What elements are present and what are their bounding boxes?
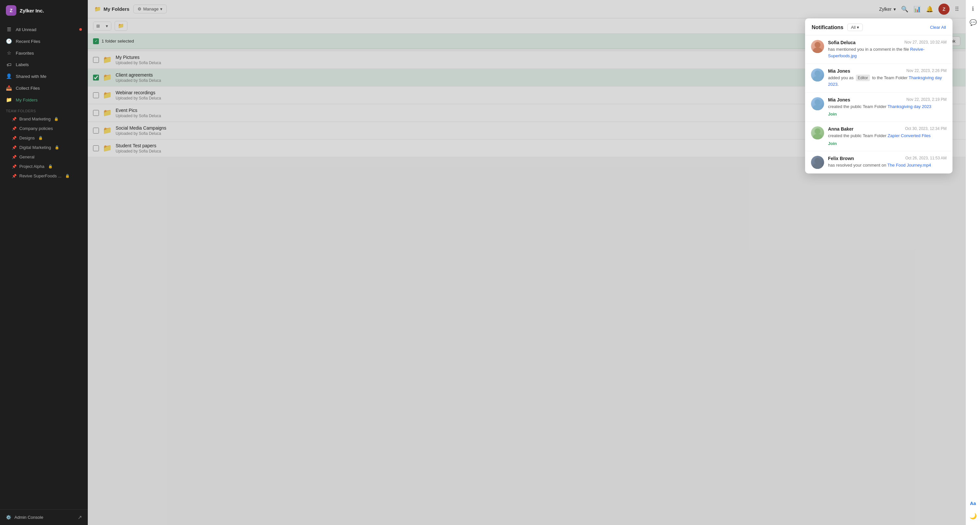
pin-icon: 📌 (12, 126, 17, 131)
lock-icon: 🔒 (65, 174, 70, 178)
notification-sender: Mia Jones (828, 97, 850, 102)
notification-sender: Sofia Deluca (828, 40, 856, 45)
pin-icon: 📌 (12, 164, 17, 169)
sidebar-item-favorites[interactable]: ☆ Favorites (0, 47, 88, 59)
sidebar-item-label: Recent Files (16, 39, 40, 44)
notification-item: Mia Jones Nov 22, 2023, 2:26 PM added yo… (805, 64, 953, 93)
notification-text: created the public Team Folder Zapier Co… (828, 133, 947, 139)
sidebar-item-recent-files[interactable]: 🕐 Recent Files (0, 35, 88, 47)
notifications-panel: Notifications All ▾ Clear All Sofia Delu… (805, 18, 953, 173)
team-folder-general[interactable]: 📌 General (0, 152, 88, 162)
svg-point-0 (815, 42, 821, 48)
team-folder-revive-superfoods[interactable]: 📌 Revive SuperFoods ... 🔒 (0, 171, 88, 181)
svg-point-3 (813, 76, 822, 81)
pin-icon: 📌 (12, 136, 17, 140)
sidebar-item-label: Favorites (16, 51, 34, 56)
team-folder-project-alpha[interactable]: 📌 Project Alpha 🔒 (0, 162, 88, 171)
font-size-icon[interactable]: Aа (970, 501, 976, 506)
sidebar-item-my-folders[interactable]: 📁 My Folders (0, 94, 88, 106)
sidebar-item-labels[interactable]: 🏷 Labels (0, 59, 88, 70)
avatar (811, 156, 824, 169)
notifications-list: Sofia Deluca Nov 27, 2023, 10:32 AM has … (805, 35, 953, 173)
company-name: Zylker Inc. (20, 8, 44, 13)
editor-badge: Editor (856, 75, 870, 81)
notifications-header: Notifications All ▾ Clear All (805, 18, 953, 35)
notification-link[interactable]: The Food Journey.mp4 (887, 163, 931, 168)
notification-text: has mentioned you in a comment in the fi… (828, 46, 947, 59)
pin-icon: 📌 (12, 145, 17, 150)
sidebar-item-label: Labels (16, 62, 29, 67)
notification-top: Sofia Deluca Nov 27, 2023, 10:32 AM (828, 40, 947, 45)
lock-icon: 🔒 (38, 136, 43, 140)
sidebar-item-label: Shared with Me (16, 74, 46, 79)
pin-icon: 📌 (12, 117, 17, 121)
pin-icon: 📌 (12, 174, 17, 178)
right-sidebar: ℹ 💬 Aа 🌙 (966, 0, 980, 525)
notification-content: Mia Jones Nov 22, 2023, 2:19 PM created … (828, 97, 947, 117)
sidebar-navigation: ☰ All Unread 🕐 Recent Files ☆ Favorites … (0, 21, 88, 509)
notification-top: Mia Jones Nov 22, 2023, 2:26 PM (828, 68, 947, 74)
notification-content: Mia Jones Nov 22, 2023, 2:26 PM added yo… (828, 68, 947, 88)
team-folder-designs[interactable]: 📌 Designs 🔒 (0, 133, 88, 143)
notification-item: Anna Baker Oct 30, 2023, 12:34 PM create… (805, 122, 953, 151)
svg-point-4 (815, 99, 821, 105)
clear-all-button[interactable]: Clear All (930, 25, 946, 30)
notification-item: Sofia Deluca Nov 27, 2023, 10:32 AM has … (805, 35, 953, 64)
sidebar-item-shared-with-me[interactable]: 👤 Shared with Me (0, 70, 88, 82)
sidebar-header: Z Zylker Inc. (0, 0, 88, 21)
notification-sender: Mia Jones (828, 68, 850, 74)
notification-link[interactable]: Thanksgiving day 2023 (888, 104, 932, 109)
notifications-filter[interactable]: All ▾ (847, 24, 863, 31)
sidebar-item-label: All Unread (16, 27, 37, 32)
avatar (811, 97, 824, 110)
unread-dot (79, 28, 82, 31)
night-mode-icon[interactable]: 🌙 (969, 512, 977, 520)
notification-content: Anna Baker Oct 30, 2023, 12:34 PM create… (828, 126, 947, 146)
notification-sender: Anna Baker (828, 126, 854, 132)
team-folder-label: General (19, 154, 34, 159)
lock-icon: 🔒 (55, 145, 59, 149)
join-button[interactable]: Join (828, 112, 837, 117)
notification-time: Nov 22, 2023, 2:19 PM (906, 97, 947, 102)
settings-icon: ⚙️ (6, 515, 11, 520)
notification-top: Mia Jones Nov 22, 2023, 2:19 PM (828, 97, 947, 102)
sidebar-item-all-unread[interactable]: ☰ All Unread (0, 24, 88, 35)
signout-icon[interactable]: ↗ (78, 514, 82, 520)
app-logo: Z (6, 5, 16, 16)
info-icon[interactable]: ℹ (972, 5, 974, 13)
comment-icon[interactable]: 💬 (969, 19, 977, 26)
sidebar-item-label: Collect Files (16, 86, 40, 90)
team-folder-brand-marketing[interactable]: 📌 Brand Marketing 🔒 (0, 114, 88, 124)
label-icon: 🏷 (6, 62, 12, 67)
team-folder-digital-marketing[interactable]: 📌 Digital Marketing 🔒 (0, 143, 88, 152)
svg-point-9 (813, 163, 822, 169)
team-folder-label: Designs (19, 135, 35, 140)
notification-link[interactable]: Zapier Converted Files (888, 133, 931, 138)
clock-icon: 🕐 (6, 38, 12, 44)
admin-console-link[interactable]: ⚙️ Admin Console (6, 515, 43, 520)
sidebar-footer: ⚙️ Admin Console ↗ (0, 509, 88, 525)
notification-time: Oct 26, 2023, 11:53 AM (905, 156, 947, 160)
join-button[interactable]: Join (828, 141, 837, 146)
svg-point-6 (815, 128, 821, 134)
team-folder-label: Company policies (19, 126, 53, 131)
avatar (811, 126, 824, 140)
svg-point-2 (815, 70, 821, 76)
notification-content: Felix Brown Oct 26, 2023, 11:53 AM has r… (828, 156, 947, 168)
team-folder-label: Digital Marketing (19, 145, 51, 150)
notification-top: Felix Brown Oct 26, 2023, 11:53 AM (828, 156, 947, 161)
sidebar: Z Zylker Inc. ☰ All Unread 🕐 Recent File… (0, 0, 88, 525)
team-folder-label: Project Alpha (19, 164, 45, 169)
inbox-icon: ☰ (6, 27, 12, 32)
sidebar-item-collect-files[interactable]: 📥 Collect Files (0, 82, 88, 94)
team-folder-label: Revive SuperFoods ... (19, 173, 62, 178)
notification-text: created the public Team Folder Thanksgiv… (828, 103, 947, 110)
svg-point-8 (815, 158, 821, 163)
collect-icon: 📥 (6, 85, 12, 91)
filter-label: All (851, 25, 856, 30)
svg-point-7 (813, 134, 822, 140)
team-folder-company-policies[interactable]: 📌 Company policies (0, 124, 88, 133)
lock-icon: 🔒 (48, 164, 53, 168)
svg-point-5 (813, 105, 822, 110)
notification-text: added you as Editor to the Team Folder T… (828, 75, 947, 88)
